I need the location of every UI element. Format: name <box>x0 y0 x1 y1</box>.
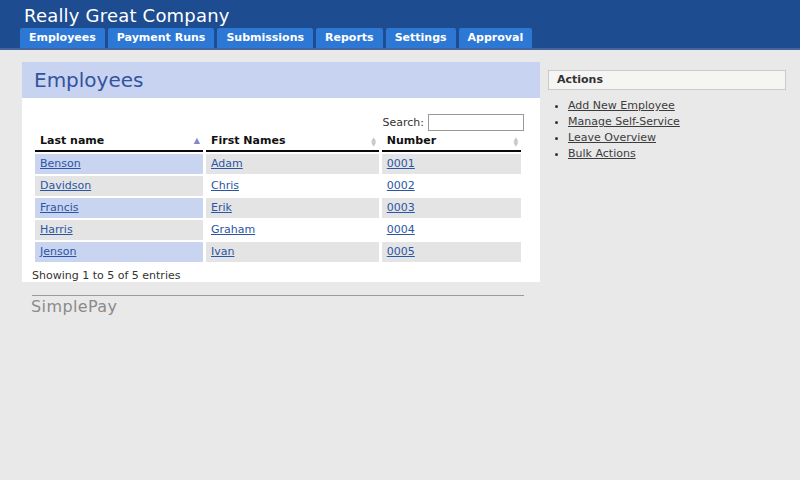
add-new-employee-link[interactable]: Add New Employee <box>568 99 675 112</box>
search-input[interactable] <box>428 114 524 131</box>
search-label: Search: <box>383 116 425 129</box>
employee-last-name-link[interactable]: Davidson <box>40 179 91 192</box>
employee-last-name-link[interactable]: Francis <box>40 201 79 214</box>
employees-panel: Employees Search: Last name ▲ First Name… <box>22 62 540 282</box>
column-header-label: Number <box>387 134 436 147</box>
sort-both-icon: ▲▼ <box>513 136 518 146</box>
leave-overview-link[interactable]: Leave Overview <box>568 131 656 144</box>
page-title-banner: Employees <box>22 62 540 98</box>
top-header-bar: Really Great Company Employees Payment R… <box>0 0 800 50</box>
sort-both-icon: ▲▼ <box>371 136 376 146</box>
bulk-actions-link[interactable]: Bulk Actions <box>568 147 636 160</box>
actions-sidebar: Actions Add New Employee Manage Self-Ser… <box>548 70 786 163</box>
nav-tab-reports[interactable]: Reports <box>316 28 383 48</box>
employee-number-link[interactable]: 0004 <box>387 223 415 236</box>
employee-first-names-link[interactable]: Graham <box>211 223 255 236</box>
column-header-label: Last name <box>40 134 104 147</box>
column-header-last-name[interactable]: Last name ▲ <box>35 133 203 152</box>
table-row: Francis Erik 0003 <box>35 198 521 218</box>
table-footer-divider <box>32 295 524 296</box>
nav-tab-settings[interactable]: Settings <box>386 28 456 48</box>
simplepay-logo: SimplePay <box>31 297 117 316</box>
nav-tab-approval[interactable]: Approval <box>459 28 533 48</box>
employee-first-names-link[interactable]: Adam <box>211 157 243 170</box>
employee-number-link[interactable]: 0003 <box>387 201 415 214</box>
employee-first-names-link[interactable]: Chris <box>211 179 239 192</box>
list-item: Add New Employee <box>568 99 786 112</box>
employees-table: Last name ▲ First Names ▲▼ Number <box>32 131 524 264</box>
table-row: Davidson Chris 0002 <box>35 176 521 196</box>
employee-last-name-link[interactable]: Benson <box>40 157 81 170</box>
employees-panel-content: Search: Last name ▲ First Names ▲▼ <box>32 98 524 296</box>
employee-first-names-link[interactable]: Ivan <box>211 245 234 258</box>
sort-ascending-icon: ▲ <box>194 137 200 145</box>
employee-first-names-link[interactable]: Erik <box>211 201 232 214</box>
employee-number-link[interactable]: 0001 <box>387 157 415 170</box>
search-row: Search: <box>32 98 524 130</box>
column-header-first-names[interactable]: First Names ▲▼ <box>206 133 379 152</box>
manage-self-service-link[interactable]: Manage Self-Service <box>568 115 680 128</box>
table-row: Jenson Ivan 0005 <box>35 242 521 262</box>
employee-number-link[interactable]: 0002 <box>387 179 415 192</box>
table-row: Harris Graham 0004 <box>35 220 521 240</box>
table-header-row: Last name ▲ First Names ▲▼ Number <box>35 133 521 152</box>
nav-tab-employees[interactable]: Employees <box>20 28 105 48</box>
main-nav: Employees Payment Runs Submissions Repor… <box>20 28 532 48</box>
list-item: Manage Self-Service <box>568 115 786 128</box>
actions-sidebar-title: Actions <box>548 70 786 90</box>
employee-last-name-link[interactable]: Jenson <box>40 245 76 258</box>
table-entries-summary: Showing 1 to 5 of 5 entries <box>32 269 524 282</box>
nav-tab-submissions[interactable]: Submissions <box>217 28 313 48</box>
page-title: Employees <box>22 62 540 98</box>
nav-tab-payment-runs[interactable]: Payment Runs <box>108 28 215 48</box>
employee-number-link[interactable]: 0005 <box>387 245 415 258</box>
table-row: Benson Adam 0001 <box>35 154 521 174</box>
actions-link-list: Add New Employee Manage Self-Service Lea… <box>548 99 786 160</box>
column-header-label: First Names <box>211 134 285 147</box>
list-item: Bulk Actions <box>568 147 786 160</box>
column-header-number[interactable]: Number ▲▼ <box>382 133 521 152</box>
company-name-title: Really Great Company <box>24 5 230 26</box>
list-item: Leave Overview <box>568 131 786 144</box>
employee-last-name-link[interactable]: Harris <box>40 223 73 236</box>
